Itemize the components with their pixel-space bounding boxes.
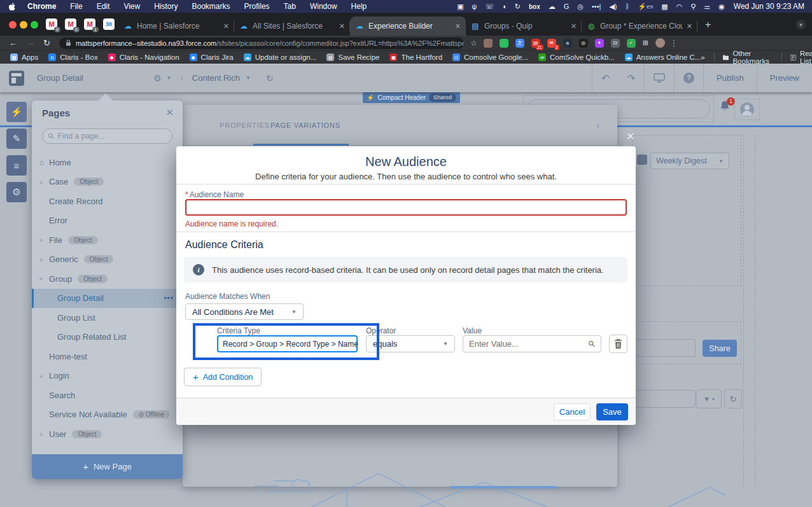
save-button[interactable]: Save [596, 403, 628, 420]
redo-button[interactable]: ↷ [619, 64, 645, 92]
audience-name-input[interactable] [185, 199, 627, 216]
browser-tab[interactable]: ☁All Sites | Salesforce✕ [234, 17, 350, 36]
screen-mirroring-icon[interactable]: ▣ [457, 3, 463, 11]
page-item-home-test[interactable]: Home-test [32, 347, 183, 366]
browser-menu-icon[interactable]: ⋮ [670, 39, 678, 48]
chevron-right-icon[interactable]: › [40, 430, 43, 438]
chevron-right-icon[interactable]: › [40, 236, 43, 244]
page-item-service-not-available[interactable]: Service Not Available⊘ Offline [32, 405, 183, 424]
window-zoom-button[interactable] [31, 21, 38, 29]
cancel-button[interactable]: Cancel [554, 403, 591, 420]
extensions-puzzle-icon[interactable]: ⊞ [643, 39, 648, 47]
mail-extension-icon[interactable]: ✉3 [547, 39, 556, 48]
theme-selector[interactable]: Content Rich [192, 73, 240, 83]
share-button[interactable]: Share [703, 340, 737, 357]
tab-close-icon[interactable]: ✕ [571, 22, 577, 31]
rail-settings-button[interactable]: ⚙ [6, 182, 27, 202]
modal-close-icon[interactable]: ✕ [626, 130, 634, 142]
page-item-create-record[interactable]: Create Record [32, 191, 183, 211]
wifi-icon[interactable]: ◠ [676, 3, 683, 11]
bookmark-item[interactable]: ☁Answers Online C... [625, 53, 701, 61]
calendar-pinned-tab[interactable]: 30 [103, 18, 115, 30]
page-item-error[interactable]: Error [32, 211, 183, 230]
evernote-icon[interactable]: ◖ [502, 3, 507, 10]
other-bookmarks-button[interactable]: Other Bookmarks [723, 50, 772, 65]
siri-icon[interactable]: ◉ [718, 3, 725, 11]
menu-item-edit[interactable]: Edit [97, 2, 110, 11]
criteria-type-input[interactable]: Record > Group > Record Type > Name [217, 335, 358, 352]
chevron-right-icon[interactable]: › [40, 256, 43, 263]
reading-list-button[interactable]: Reading List [790, 50, 812, 65]
chevron-down-icon[interactable]: ▼ [246, 75, 251, 81]
gmail-pinned-tab[interactable]: M0 [65, 18, 76, 30]
bookmark-star-icon[interactable]: ☆ [470, 39, 477, 48]
menu-item-help[interactable]: Help [351, 2, 367, 11]
window-close-button[interactable] [9, 21, 17, 29]
tab-search-button[interactable]: ▾ [796, 20, 806, 29]
menu-item-history[interactable]: History [154, 2, 178, 11]
browser-tab[interactable]: ◍Group * Experience Cloud * | D✕ [582, 17, 697, 36]
bookmark-item[interactable]: bClaris - Box [48, 53, 97, 61]
new-tab-button[interactable]: + [705, 19, 711, 31]
menu-item-window[interactable]: Window [310, 2, 337, 11]
tab-page-variations[interactable]: PAGE VARIATIONS [270, 122, 340, 129]
chevron-right-icon[interactable]: › [40, 372, 43, 380]
notifications-bell[interactable]: 1 [719, 100, 736, 118]
translate-extension-icon[interactable]: 文 [515, 39, 524, 48]
page-item-group-list[interactable]: Group List [32, 308, 183, 327]
collapse-panel-icon[interactable]: ‹ [596, 120, 599, 130]
tab-close-icon[interactable]: ✕ [687, 22, 692, 31]
current-page-name[interactable]: Group Detail [37, 73, 83, 83]
profile-avatar[interactable] [655, 38, 665, 48]
chevron-down-icon[interactable]: › [38, 277, 45, 280]
keyboard-icon[interactable]: ▦ [661, 3, 668, 11]
bookmark-item[interactable]: qbComSolve Quickb... [538, 53, 615, 61]
page-item-file[interactable]: ›FileObject [32, 230, 183, 249]
page-item-group-related-list[interactable]: Group Related List [32, 328, 183, 347]
page-item-search[interactable]: Search [32, 385, 183, 405]
grammarly-icon[interactable]: G [564, 3, 570, 10]
evernote-extension-icon[interactable] [500, 39, 508, 48]
back-button[interactable]: ← [9, 38, 17, 48]
reload-button[interactable]: ↻ [43, 38, 50, 48]
page-item-home[interactable]: ⌂Home [32, 153, 183, 172]
spotlight-icon[interactable]: ⚲ [690, 3, 696, 11]
amazon-extension-icon[interactable]: a [563, 39, 572, 48]
page-item-user[interactable]: ›UserObject [32, 424, 183, 443]
bookmark-item[interactable]: ▦Apps [10, 53, 38, 61]
bookmark-item[interactable]: ▣The Hartford [389, 53, 442, 61]
filter-search-input[interactable] [634, 390, 696, 408]
new-page-button[interactable]: + New Page [32, 454, 183, 479]
forward-button[interactable]: → [26, 38, 34, 48]
check-extension-icon[interactable]: ✓ [627, 39, 636, 48]
bookmark-item[interactable]: GComsolve Google... [452, 53, 528, 61]
weekly-digest-checkbox[interactable] [637, 155, 647, 165]
bookmark-item[interactable]: ◆Claris - Navigation [108, 53, 179, 61]
chevron-down-icon[interactable]: ▼ [167, 75, 172, 81]
menu-item-chrome[interactable]: Chrome [27, 2, 56, 11]
publish-button[interactable]: Publish [704, 64, 757, 92]
browser-tab[interactable]: ☁Home | Salesforce✕ [118, 17, 234, 36]
add-condition-button[interactable]: + Add Condition [184, 368, 262, 386]
crop-extension-icon[interactable]: ⊡ [611, 39, 620, 48]
rail-content-button[interactable]: ≡ [6, 155, 27, 176]
volume-icon[interactable]: ◀) [609, 3, 617, 11]
weekly-digest-select[interactable]: Weekly Digest▼ [650, 153, 729, 169]
rail-theme-button[interactable]: ✎ [6, 128, 27, 149]
find-page-input[interactable]: ⚲ Find a page... [42, 128, 172, 144]
tab-properties[interactable]: PROPERTIES [220, 122, 270, 129]
undo-button[interactable]: ↶ [592, 64, 619, 92]
delete-condition-button[interactable] [609, 335, 627, 353]
menu-item-profiles[interactable]: Profiles [244, 2, 270, 11]
matches-when-select[interactable]: All Conditions Are Met▼ [185, 303, 304, 320]
control-center-icon[interactable]: ⚌ [704, 3, 710, 11]
refresh-icon[interactable]: ↻ [266, 73, 274, 83]
calendar-extension-icon[interactable]: ▤21 [531, 39, 540, 48]
close-icon[interactable]: ✕ [165, 107, 174, 118]
extension-icon[interactable] [484, 39, 493, 48]
operator-select[interactable]: equals▼ [366, 335, 455, 352]
chevron-right-icon[interactable]: › [40, 178, 43, 186]
box-icon[interactable]: box [529, 3, 540, 10]
pages-menu-icon[interactable] [9, 71, 24, 86]
tab-close-icon[interactable]: ✕ [223, 22, 229, 31]
